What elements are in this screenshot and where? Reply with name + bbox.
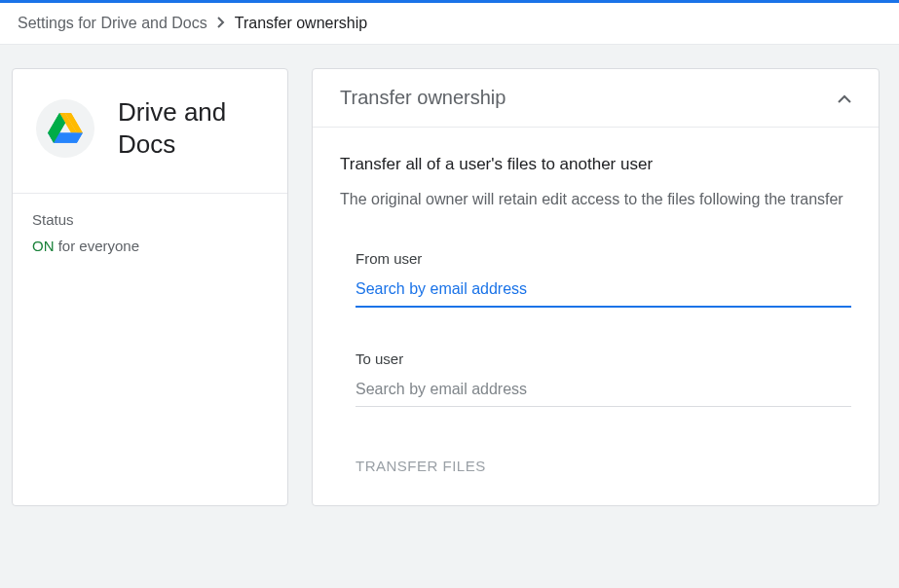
status-section: Status ON for everyone [13, 193, 287, 277]
chevron-right-icon [217, 16, 225, 31]
to-user-label: To user [356, 350, 851, 367]
status-scope-text: for everyone [55, 238, 140, 254]
transfer-files-button[interactable]: TRANSFER FILES [356, 450, 486, 482]
app-info-card: Drive and Docs Status ON for everyone [12, 68, 288, 506]
app-title: Drive and Docs [118, 96, 268, 160]
chevron-up-icon [838, 90, 851, 107]
description-title: Transfer all of a user's files to anothe… [340, 155, 851, 174]
description-subtitle: The original owner will retain edit acce… [340, 188, 851, 211]
to-user-field: To user [356, 350, 851, 407]
status-on-text: ON [32, 238, 55, 254]
section-header[interactable]: Transfer ownership [313, 69, 879, 128]
status-label: Status [32, 211, 268, 228]
section-title: Transfer ownership [340, 87, 506, 109]
from-user-field: From user [356, 250, 851, 308]
section-body: Transfer all of a user's files to anothe… [313, 128, 879, 505]
breadcrumb-current: Transfer ownership [235, 15, 367, 32]
from-user-input[interactable] [356, 275, 851, 308]
breadcrumb: Settings for Drive and Docs Transfer own… [0, 3, 899, 45]
status-value: ON for everyone [32, 238, 268, 254]
from-user-label: From user [356, 250, 851, 267]
drive-icon [36, 99, 94, 158]
transfer-ownership-card: Transfer ownership Transfer all of a use… [312, 68, 880, 506]
to-user-input[interactable] [356, 375, 851, 407]
breadcrumb-parent[interactable]: Settings for Drive and Docs [18, 15, 207, 32]
app-header: Drive and Docs [13, 69, 287, 193]
